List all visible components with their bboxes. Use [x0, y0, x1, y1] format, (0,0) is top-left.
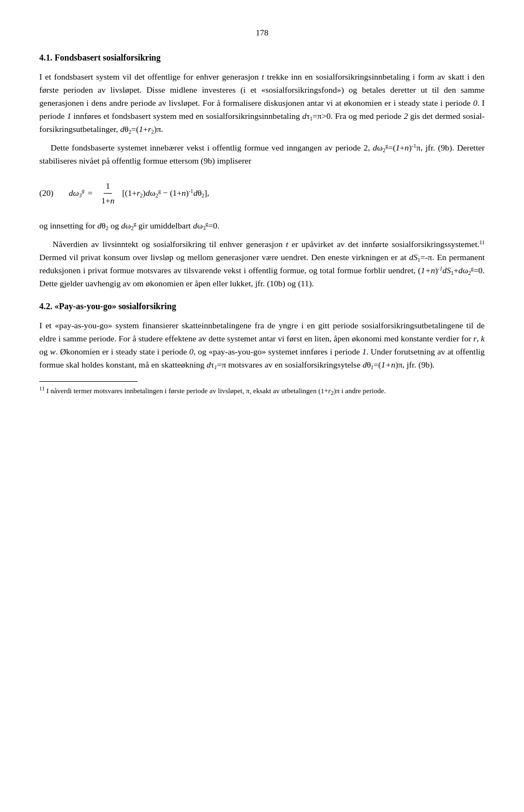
fraction-denominator: 1+n — [99, 194, 116, 207]
fraction-numerator: 1 — [104, 179, 112, 194]
footnote-divider — [39, 381, 138, 382]
section1-paragraph4: Nåverdien av livsinntekt og sosialforsik… — [39, 238, 485, 290]
fraction: 1 1+n — [99, 179, 116, 207]
page-number: 178 — [39, 26, 485, 39]
eq-equals: = — [88, 187, 93, 200]
eq-rhs: [(1+r2)dω2g − (1+n)-1dθ2], — [122, 187, 210, 200]
section1-paragraph2: Dette fondsbaserte systemet innebærer ve… — [39, 141, 485, 167]
page: 178 4.1. Fondsbasert sosialforsikring I … — [0, 0, 524, 812]
section2-heading: 4.2. «Pay-as-you-go» sosialforsikring — [39, 300, 485, 314]
eq-lhs: dω3g — [69, 187, 85, 200]
section1-heading: 4.1. Fondsbasert sosialforsikring — [39, 51, 485, 65]
eq-number-20: (20) — [39, 187, 69, 200]
equation-20: (20) dω3g = 1 1+n [(1+r2)dω2g − (1+n)-1d… — [39, 179, 485, 207]
section1-paragraph3: og innsetting for dθ2 og dω2g gir umidde… — [39, 219, 485, 232]
section2-paragraph1: I et «pay-as-you-go» system finansierer … — [39, 319, 485, 371]
section1-paragraph1: I et fondsbasert system vil det offentli… — [39, 70, 485, 136]
footnote-text: 11 I nåverdi termer motsvares innbetalin… — [39, 386, 485, 396]
